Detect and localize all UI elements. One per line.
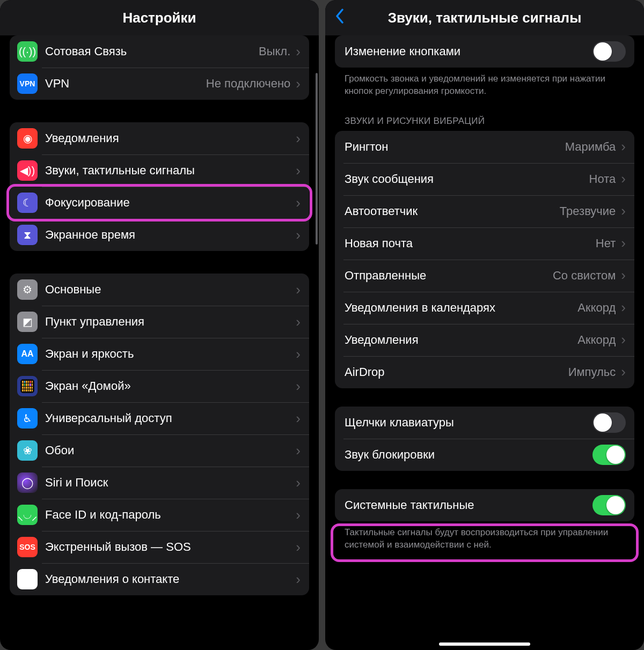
chevron-right-icon: › <box>621 203 626 219</box>
row-new-mail[interactable]: Новая почта Нет › <box>335 227 634 260</box>
sounds-icon: ◀︎)) <box>17 160 38 181</box>
row-focus[interactable]: ☾ Фокусирование › <box>10 187 309 219</box>
home-screen-icon <box>17 376 38 396</box>
page-title: Звуки, тактильные сигналы <box>388 10 582 26</box>
scrollbar[interactable] <box>316 73 318 245</box>
row-text-tone[interactable]: Звук сообщения Нота › <box>335 163 634 195</box>
display-icon: AA <box>17 344 38 364</box>
row-value: Импульс <box>568 365 616 379</box>
row-sent-mail[interactable]: Отправленные Со свистом › <box>335 260 634 292</box>
chevron-right-icon: › <box>296 130 301 147</box>
chevron-right-icon: › <box>621 331 626 348</box>
group-general: ⚙︎ Основные › ◩ Пункт управления › AA Эк… <box>10 274 309 595</box>
home-indicator[interactable] <box>439 642 530 646</box>
row-calendar[interactable]: Уведомления в календарях Аккорд › <box>335 292 634 324</box>
header: Звуки, тактильные сигналы <box>325 0 644 35</box>
row-system-haptics[interactable]: Системные тактильные <box>335 489 634 521</box>
row-screentime[interactable]: ⧗ Экранное время › <box>10 219 309 251</box>
row-display[interactable]: AA Экран и яркость › <box>10 338 309 370</box>
chevron-right-icon: › <box>296 346 301 363</box>
row-keyboard-clicks[interactable]: Щелчки клавиатуры <box>335 407 634 439</box>
row-label: Экстренный вызов — SOS <box>45 540 296 554</box>
row-label: Уведомления о контакте <box>45 572 296 586</box>
row-label: Звуки, тактильные сигналы <box>45 164 296 178</box>
row-label: Обои <box>45 444 296 457</box>
screentime-icon: ⧗ <box>17 225 38 245</box>
row-reminders[interactable]: Уведомления Аккорд › <box>335 324 634 356</box>
focus-icon: ☾ <box>17 193 38 213</box>
sounds-section-header: ЗВУКИ И РИСУНКИ ВИБРАЦИЙ <box>345 116 634 127</box>
header: Настройки <box>0 0 319 35</box>
chevron-right-icon: › <box>296 227 301 243</box>
toggle-lock-sound[interactable] <box>592 445 626 465</box>
row-label: Основные <box>45 283 296 297</box>
row-siri[interactable]: ◯ Siri и Поиск › <box>10 467 309 499</box>
exposure-icon: ◌ <box>17 569 38 589</box>
row-wallpaper[interactable]: ❀ Обои › <box>10 434 309 467</box>
wallpaper-icon: ❀ <box>17 440 38 461</box>
chevron-right-icon: › <box>296 378 301 395</box>
row-sounds[interactable]: ◀︎)) Звуки, тактильные сигналы › <box>10 154 309 187</box>
haptics-footer: Тактильные сигналы будут воспроизводитьс… <box>345 527 625 551</box>
cellular-icon: ((·)) <box>17 41 38 62</box>
toggle-keyboard-clicks[interactable] <box>592 412 626 433</box>
row-ringtone[interactable]: Рингтон Маримба › <box>335 131 634 163</box>
row-label: Новая почта <box>345 237 596 250</box>
row-label: Уведомления <box>45 131 296 145</box>
settings-content: ((·)) Сотовая Связь Выкл. › VPN VPN Не п… <box>0 35 319 650</box>
toggle-system-haptics[interactable] <box>592 495 626 515</box>
row-value: Выкл. <box>259 45 290 58</box>
chevron-right-icon: › <box>296 571 301 588</box>
row-label: Уведомления в календарях <box>345 301 577 315</box>
row-home-screen[interactable]: Экран «Домой» › <box>10 370 309 402</box>
chevron-right-icon: › <box>296 195 301 211</box>
row-label: Siri и Поиск <box>45 476 296 490</box>
group-haptics: Системные тактильные <box>335 489 634 521</box>
general-icon: ⚙︎ <box>17 279 38 300</box>
sounds-screen: Звуки, тактильные сигналы Изменение кноп… <box>325 0 644 650</box>
accessibility-icon: ♿︎ <box>17 408 38 429</box>
row-vpn[interactable]: VPN VPN Не подключено › <box>10 68 309 100</box>
row-notifications[interactable]: ◉ Уведомления › <box>10 122 309 154</box>
sos-icon: SOS <box>17 537 38 557</box>
chevron-right-icon: › <box>296 507 301 523</box>
chevron-right-icon: › <box>621 235 626 252</box>
faceid-icon: ⸜◡⸝ <box>17 505 38 525</box>
back-button[interactable] <box>335 8 345 28</box>
row-value: Трезвучие <box>560 204 616 218</box>
row-general[interactable]: ⚙︎ Основные › <box>10 274 309 306</box>
settings-screen: Настройки ((·)) Сотовая Связь Выкл. › VP… <box>0 0 319 650</box>
row-label: AirDrop <box>345 365 568 379</box>
group-network: ((·)) Сотовая Связь Выкл. › VPN VPN Не п… <box>10 35 309 100</box>
row-faceid[interactable]: ⸜◡⸝ Face ID и код-пароль › <box>10 499 309 531</box>
chevron-right-icon: › <box>621 138 626 155</box>
sounds-content: Изменение кнопками Громкость звонка и ув… <box>325 35 644 650</box>
row-label: Экран «Домой» <box>45 379 296 393</box>
row-label: Универсальный доступ <box>45 411 296 425</box>
row-label: Экранное время <box>45 228 296 242</box>
row-sos[interactable]: SOS Экстренный вызов — SOS › <box>10 531 309 563</box>
row-label: Звук блокировки <box>345 448 592 462</box>
row-exposure[interactable]: ◌ Уведомления о контакте › <box>10 563 309 595</box>
row-label: Системные тактильные <box>345 498 592 512</box>
row-lock-sound[interactable]: Звук блокировки <box>335 439 634 471</box>
row-voicemail[interactable]: Автоответчик Трезвучие › <box>335 195 634 227</box>
row-label: Экран и яркость <box>45 347 296 361</box>
page-title: Настройки <box>122 10 196 26</box>
chevron-left-icon <box>335 9 345 24</box>
toggle-change-with-buttons[interactable] <box>592 41 626 62</box>
chevron-right-icon: › <box>296 475 301 491</box>
row-accessibility[interactable]: ♿︎ Универсальный доступ › <box>10 402 309 434</box>
row-value: Маримба <box>565 140 616 154</box>
row-cellular[interactable]: ((·)) Сотовая Связь Выкл. › <box>10 35 309 68</box>
row-label: Щелчки клавиатуры <box>345 416 592 430</box>
chevron-right-icon: › <box>621 364 626 380</box>
vpn-icon: VPN <box>17 73 38 94</box>
group-system-sounds: Щелчки клавиатуры Звук блокировки <box>335 407 634 471</box>
chevron-right-icon: › <box>296 162 301 179</box>
row-change-with-buttons[interactable]: Изменение кнопками <box>335 35 634 68</box>
row-control-center[interactable]: ◩ Пункт управления › <box>10 306 309 338</box>
row-label: Звук сообщения <box>345 172 589 186</box>
row-label: Изменение кнопками <box>345 45 592 58</box>
row-airdrop[interactable]: AirDrop Импульс › <box>335 356 634 388</box>
